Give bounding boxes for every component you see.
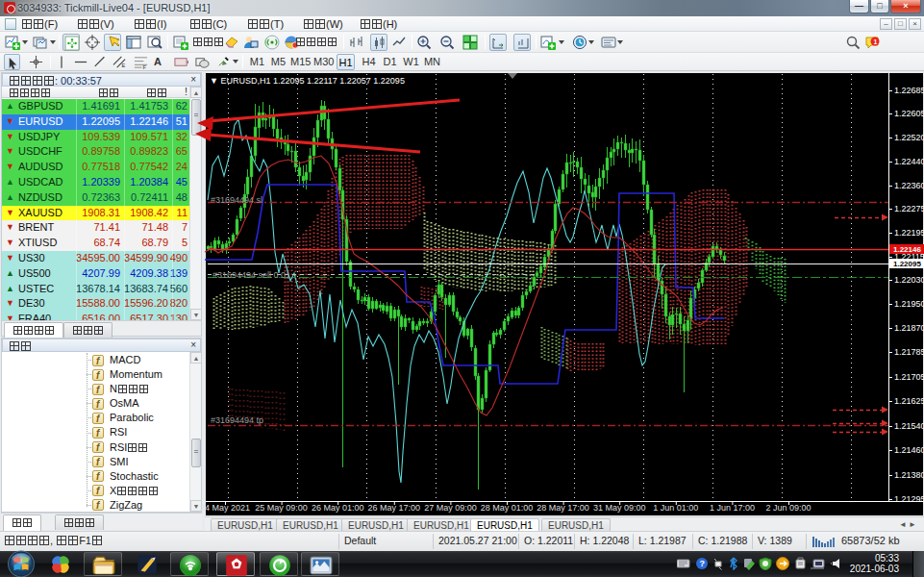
svg-text:▼ EURUSD,H1 1.22095 1.22117 1: ▼ EURUSD,H1 1.22095 1.22117 1.22057 1.22… <box>210 76 405 86</box>
svg-text:1.22095: 1.22095 <box>893 260 921 268</box>
svg-text:1.22520: 1.22520 <box>894 133 924 142</box>
svg-text:1.22275: 1.22275 <box>894 204 924 213</box>
svg-text:1.21785: 1.21785 <box>894 347 924 357</box>
svg-text:?: ? <box>700 559 706 568</box>
svg-text:31 May 09:00: 31 May 09:00 <box>593 503 646 513</box>
svg-text:1.22030: 1.22030 <box>894 275 924 285</box>
svg-text:1.21705: 1.21705 <box>894 372 924 382</box>
svg-text:28 May 01:00: 28 May 01:00 <box>481 503 534 513</box>
svg-text:26 May 17:00: 26 May 17:00 <box>368 503 421 513</box>
svg-text:1.21295: 1.21295 <box>894 494 924 504</box>
svg-text:2 Jun 09:00: 2 Jun 09:00 <box>765 503 811 513</box>
svg-text:#31694494 tp: #31694494 tp <box>211 415 263 425</box>
svg-text:#31694494 sl: #31694494 sl <box>211 195 262 205</box>
svg-text:1.22605: 1.22605 <box>894 109 924 118</box>
svg-text:1.21950: 1.21950 <box>894 299 924 309</box>
svg-text:25 May 09:00: 25 May 09:00 <box>255 503 308 513</box>
svg-text:1.21540: 1.21540 <box>894 421 924 431</box>
svg-text:28 May 17:00: 28 May 17:00 <box>537 503 589 513</box>
svg-text:1.21870: 1.21870 <box>894 323 924 333</box>
svg-text:1.21625: 1.21625 <box>894 396 924 406</box>
svg-text:1.22685: 1.22685 <box>894 86 924 95</box>
svg-text:24 May 2021: 24 May 2021 <box>200 503 250 513</box>
svg-text:1 Jun 01:00: 1 Jun 01:00 <box>653 503 698 513</box>
svg-text:1.22195: 1.22195 <box>894 228 924 238</box>
svg-text:1.22360: 1.22360 <box>894 181 924 190</box>
svg-text:1.21460: 1.21460 <box>894 445 924 455</box>
svg-text:1.22440: 1.22440 <box>894 157 924 166</box>
svg-text:1.22146: 1.22146 <box>893 245 921 254</box>
svg-text:1 Jun 17:00: 1 Jun 17:00 <box>710 503 755 513</box>
svg-text:27 May 09:00: 27 May 09:00 <box>424 503 477 513</box>
svg-text:#31694494 sell 0.01: #31694494 sell 0.01 <box>212 270 290 280</box>
svg-text:1.21380: 1.21380 <box>894 470 924 480</box>
svg-text:26 May 01:00: 26 May 01:00 <box>312 503 364 513</box>
